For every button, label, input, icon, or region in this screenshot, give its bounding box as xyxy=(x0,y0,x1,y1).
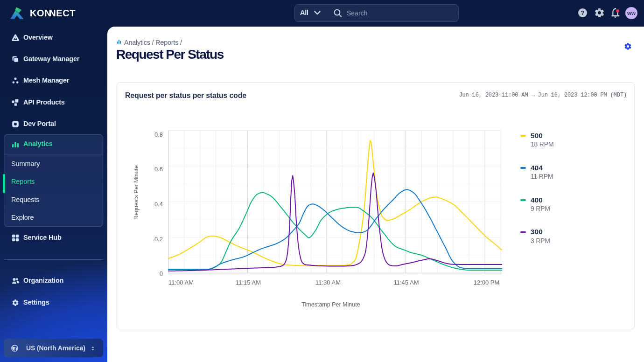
svg-text:0.2: 0.2 xyxy=(154,236,163,243)
svg-text:0: 0 xyxy=(160,270,163,277)
svg-text:11:00 AM: 11:00 AM xyxy=(168,279,194,286)
svg-text:0.8: 0.8 xyxy=(154,131,163,138)
svg-text:0.6: 0.6 xyxy=(154,166,163,173)
svg-text:11:15 AM: 11:15 AM xyxy=(236,279,261,286)
svg-text:11:45 AM: 11:45 AM xyxy=(394,279,419,286)
svg-text:Requests Per Minute: Requests Per Minute xyxy=(133,165,140,220)
svg-text:12:00 PM: 12:00 PM xyxy=(474,279,500,286)
svg-text:Timestamp Per Minute: Timestamp Per Minute xyxy=(301,301,360,308)
svg-text:11:30 AM: 11:30 AM xyxy=(315,279,341,286)
svg-text:0.4: 0.4 xyxy=(154,201,163,208)
